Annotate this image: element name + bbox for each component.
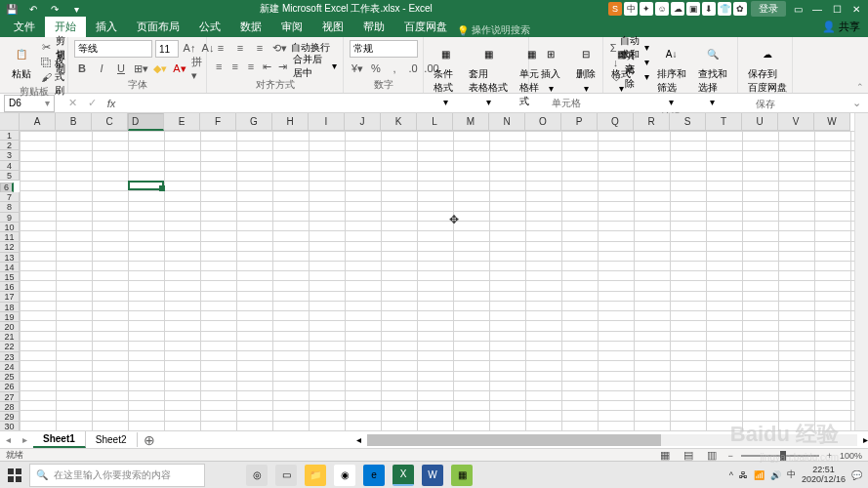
increase-font-icon[interactable]: A↑ (182, 40, 197, 56)
taskbar-app-other[interactable]: ▦ (451, 465, 473, 486)
row-header-5[interactable]: 5 (0, 171, 20, 181)
align-center-icon[interactable]: ≡ (228, 59, 240, 74)
sort-button[interactable]: A↓排序和筛选▾ (653, 40, 690, 109)
align-top-icon[interactable]: ≡ (213, 40, 228, 56)
sheet-nav-prev[interactable]: ◂ (0, 434, 17, 445)
zoom-slider[interactable] (741, 455, 819, 457)
col-header-S[interactable]: S (670, 113, 706, 131)
row-header-15[interactable]: 15 (0, 272, 20, 282)
ribbon-options-icon[interactable]: ▭ (790, 1, 806, 17)
expand-formula-icon[interactable]: ⌄ (848, 96, 864, 111)
login-button[interactable]: 登录 (751, 1, 786, 17)
col-header-R[interactable]: R (634, 113, 670, 131)
tray-volume-icon[interactable]: 🔊 (770, 470, 781, 480)
col-header-G[interactable]: G (236, 113, 272, 131)
select-all-corner[interactable] (0, 113, 20, 131)
indent-inc-icon[interactable]: ⇥ (277, 59, 289, 74)
notifications-icon[interactable]: 💬 (851, 470, 862, 480)
row-header-7[interactable]: 7 (0, 192, 20, 202)
col-header-F[interactable]: F (200, 113, 236, 131)
tray-network-icon[interactable]: 🖧 (739, 470, 748, 480)
row-header-22[interactable]: 22 (0, 342, 20, 351)
sheet-tab-1[interactable]: Sheet1 (33, 431, 86, 448)
tell-me-search[interactable]: 💡 操作说明搜索 (457, 23, 530, 37)
col-header-M[interactable]: M (453, 113, 489, 131)
clear-button[interactable]: ◇清除▾ (609, 69, 649, 84)
save-baidu-button[interactable]: ☁保存到 百度网盘 (744, 40, 791, 97)
indent-dec-icon[interactable]: ⇤ (261, 59, 272, 74)
row-header-13[interactable]: 13 (0, 253, 20, 263)
col-header-Q[interactable]: Q (598, 113, 634, 131)
orientation-icon[interactable]: ⟲▾ (271, 40, 287, 56)
tab-formula[interactable]: 公式 (189, 17, 230, 37)
col-header-D[interactable]: D (128, 113, 164, 131)
undo-icon[interactable]: ↶ (25, 1, 41, 17)
italic-button[interactable]: I (94, 61, 109, 76)
row-header-9[interactable]: 9 (0, 213, 20, 223)
taskbar-app-excel[interactable]: X (393, 465, 414, 486)
row-header-10[interactable]: 10 (0, 223, 20, 232)
align-bot-icon[interactable]: ≡ (252, 40, 268, 56)
redo-icon[interactable]: ↷ (47, 1, 62, 17)
col-header-E[interactable]: E (164, 113, 200, 131)
tab-view[interactable]: 视图 (312, 17, 353, 37)
hscroll-right[interactable]: ▸ (863, 434, 868, 445)
row-header-16[interactable]: 16 (0, 282, 20, 292)
percent-icon[interactable]: % (368, 61, 384, 76)
merge-button[interactable]: 合并后居中▾ (293, 59, 337, 73)
row-header-14[interactable]: 14 (0, 263, 20, 272)
row-header-11[interactable]: 11 (0, 232, 20, 242)
horizontal-scrollbar[interactable] (367, 434, 858, 446)
add-sheet-button[interactable]: ⊕ (138, 432, 161, 448)
maximize-button[interactable]: ☐ (829, 1, 845, 17)
align-right-icon[interactable]: ≡ (245, 59, 257, 74)
col-header-W[interactable]: W (814, 113, 850, 131)
font-name-select[interactable]: 等线 (74, 40, 152, 58)
underline-button[interactable]: U (113, 61, 129, 76)
vertical-scrollbar[interactable] (854, 113, 868, 430)
cancel-icon[interactable]: ✕ (64, 96, 80, 111)
zoom-level[interactable]: 100% (840, 451, 862, 461)
col-header-T[interactable]: T (706, 113, 742, 131)
tab-insert[interactable]: 插入 (86, 17, 127, 37)
format-painter-button[interactable]: 🖌格式刷 (41, 69, 69, 84)
ime-indicator[interactable]: S 中 ✦ ☺ ☁ ▣ ⬇ 👕 ✿ (608, 2, 747, 16)
collapse-ribbon-icon[interactable]: ⌃ (856, 82, 864, 92)
table-format-button[interactable]: ▦套用 表格格式▾ (465, 40, 512, 109)
task-view-button[interactable]: ◎ (246, 465, 268, 486)
increase-decimal-icon[interactable]: .0 (405, 61, 421, 76)
row-header-2[interactable]: 2 (0, 141, 20, 150)
taskbar-search[interactable]: 🔍 在这里输入你要搜索的内容 (29, 464, 205, 487)
row-header-29[interactable]: 29 (0, 412, 20, 422)
col-header-P[interactable]: P (561, 113, 598, 131)
minimize-button[interactable]: — (809, 1, 825, 17)
row-header-27[interactable]: 27 (0, 392, 20, 402)
col-header-I[interactable]: I (309, 113, 345, 131)
col-header-J[interactable]: J (345, 113, 381, 131)
selected-cell[interactable] (128, 181, 164, 190)
taskbar-app-chrome[interactable]: ◉ (334, 465, 355, 486)
row-header-30[interactable]: 30 (0, 422, 20, 430)
taskbar-app-word[interactable]: W (422, 465, 443, 486)
row-header-23[interactable]: 23 (0, 352, 20, 362)
number-format-select[interactable]: 常规 (350, 40, 418, 58)
row-header-1[interactable]: 1 (0, 131, 20, 141)
fill-color-button[interactable]: ◆▾ (152, 61, 168, 76)
col-header-C[interactable]: C (92, 113, 128, 131)
col-header-L[interactable]: L (417, 113, 453, 131)
close-button[interactable]: ✕ (848, 1, 864, 17)
currency-icon[interactable]: ¥▾ (350, 61, 365, 76)
share-button[interactable]: 👤 共享 (822, 20, 860, 34)
enter-icon[interactable]: ✓ (84, 96, 100, 111)
sheet-tab-2[interactable]: Sheet2 (86, 432, 138, 447)
row-header-17[interactable]: 17 (0, 292, 20, 302)
font-size-select[interactable]: 11 (155, 40, 179, 58)
paste-button[interactable]: 📋 粘贴 (6, 40, 37, 83)
tab-file[interactable]: 文件 (4, 17, 45, 37)
col-header-U[interactable]: U (742, 113, 778, 131)
hscroll-left[interactable]: ◂ (356, 434, 361, 445)
row-header-20[interactable]: 20 (0, 322, 20, 332)
row-header-8[interactable]: 8 (0, 202, 20, 212)
row-header-18[interactable]: 18 (0, 303, 20, 312)
bold-button[interactable]: B (74, 61, 90, 76)
